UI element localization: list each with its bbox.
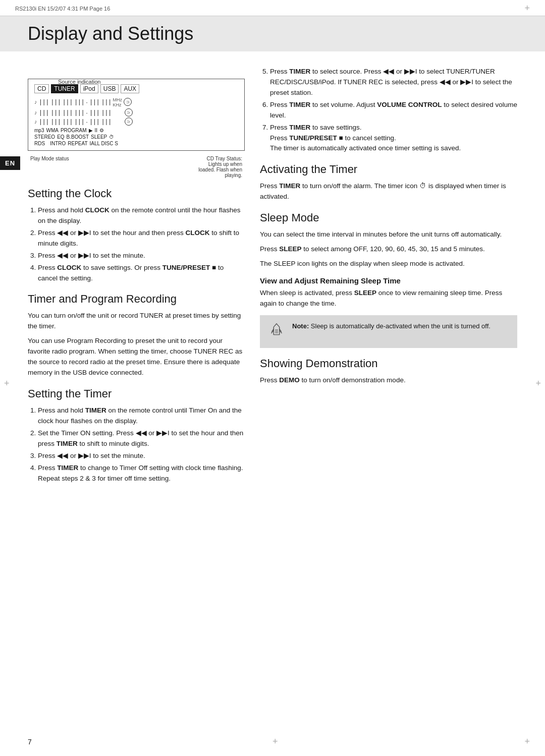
timer-step-5: Press TIMER to select source. Press ◀◀ o…: [270, 67, 517, 98]
display-diagram: CD TUNER iPod USB AUX ♪ ||| ||| |||: [28, 79, 245, 151]
cd-tray-line4: playing.: [225, 172, 242, 178]
row3-segs6: |||: [101, 118, 111, 126]
timer-bold-7b: TUNE/PRESET: [289, 134, 337, 142]
note-label: Note:: [292, 322, 309, 330]
row3-segs3: |||: [62, 118, 72, 126]
timer-step-7: Press TIMER to save settings.Press TUNE/…: [270, 123, 517, 154]
cd-tray-line1: CD Tray Status:: [206, 156, 242, 161]
clock-bold-4b: TUNE/PRESET: [162, 264, 210, 271]
clock-step-1: Press and hold CLOCK on the remote contr…: [38, 205, 245, 226]
section-heading-sleep-mode: Sleep Mode: [260, 211, 517, 224]
row1-segs4: |||: [74, 98, 84, 106]
row1-dot: ·: [86, 98, 88, 106]
activating-timer-para: Press TIMER to turn on/off the alarm. Th…: [260, 181, 517, 202]
circle-icon-1: ⊃: [124, 98, 132, 106]
status-intro: INTRO: [50, 141, 66, 146]
source-tuner: TUNER: [51, 84, 78, 93]
sleep-subheading: View and Adjust Remaining Sleep Time: [260, 276, 517, 285]
row2-prefix: ♪: [34, 109, 37, 115]
row3-segs5: |||: [89, 118, 99, 126]
col-left: Source indication CD TUNER iPod USB AUX: [28, 62, 245, 489]
section-heading-activating-timer: Activating the Timer: [260, 163, 517, 176]
crosshair-bottom-center: +: [272, 736, 278, 747]
row1-segs3: |||: [62, 98, 72, 106]
showing-demo-para: Press DEMO to turn on/off demonstration …: [260, 375, 517, 386]
section-heading-timer-program: Timer and Program Recording: [28, 293, 245, 306]
source-ipod: iPod: [80, 84, 98, 93]
timer-steps-5-7: Press TIMER to select source. Press ◀◀ o…: [260, 67, 517, 154]
status-program: PROGRAM: [61, 128, 87, 133]
timer-step-6: Press TIMER to set volume. Adjust VOLUME…: [270, 100, 517, 121]
row3-segs4: |||: [74, 118, 84, 126]
row3-prefix: ♪: [34, 119, 37, 125]
row2-segs4: |||: [74, 109, 84, 117]
page-content: Display and Settings EN Source indicatio…: [0, 16, 545, 509]
sleep-para3: The SLEEP icon lights on the display whe…: [260, 259, 517, 269]
status-stereo: STEREO: [34, 134, 55, 140]
clock-bold-1: CLOCK: [85, 206, 110, 214]
status-rds: RDS: [34, 141, 45, 146]
crosshair-bottom-right: +: [524, 736, 530, 747]
section-heading-showing-demo: Showing Demonstration: [260, 357, 517, 370]
status-row-2: STEREO EQ B.BOOST SLEEP ⏱: [34, 134, 238, 140]
source-cd: CD: [34, 84, 49, 93]
sleep-bold-2: SLEEP: [279, 245, 301, 253]
activating-bold: TIMER: [279, 182, 300, 190]
row2-dot: ·: [86, 109, 88, 117]
display-row-3: ♪ ||| ||| ||| ||| · ||| ||| ⊃: [34, 118, 238, 126]
status-pause: II: [95, 128, 98, 133]
row2-segs6: |||: [101, 109, 111, 117]
crosshair-top: +: [524, 3, 530, 14]
timer-step-3: Press ◀◀ or ▶▶I to set the minute.: [38, 451, 245, 461]
crosshair-mid-left: +: [4, 378, 10, 389]
page-number: 7: [28, 738, 32, 746]
status-play: ▶: [89, 128, 93, 133]
timer-step-1: Press and hold TIMER on the remote contr…: [38, 405, 245, 427]
row3-dot: ·: [86, 118, 88, 126]
status-sleep: SLEEP: [91, 134, 107, 140]
status-repeat: REPEAT: [68, 141, 87, 146]
note-text: Note: Sleep is automatically de-activate…: [292, 321, 490, 331]
top-bar: RS2130i EN 15/2/07 4:31 PM Page 16 +: [0, 0, 545, 16]
timer-bold-2: TIMER: [57, 440, 78, 447]
page-title: Display and Settings: [28, 23, 517, 44]
clock-step-4: Press CLOCK to save settings. Or press T…: [38, 263, 245, 284]
display-row-1: ♪ ||| ||| ||| ||| · ||| ||| MHzKHz ⊃: [34, 96, 238, 107]
timer-step-2: Set the Timer ON setting. Press ◀◀ or ▶▶…: [38, 428, 245, 449]
two-column-layout: Source indication CD TUNER iPod USB AUX: [28, 62, 517, 489]
demo-bold: DEMO: [279, 376, 300, 384]
status-gear: ⚙: [99, 128, 104, 133]
row1-segs6: |||: [101, 98, 111, 106]
row1-prefix: ♪: [34, 99, 37, 105]
circle-icon-3: ⊃: [125, 118, 133, 126]
timer-program-para1: You can turn on/off the unit or record T…: [28, 311, 245, 332]
crosshair-mid-right: +: [535, 378, 541, 389]
sleep-para2: Press SLEEP to select among OFF, 120, 90…: [260, 244, 517, 255]
row2-segs5: |||: [89, 109, 99, 117]
status-bboost: B.BOOST: [67, 134, 89, 140]
status-iall: IALL DISC S: [90, 141, 118, 146]
status-mp3: mp3: [34, 128, 44, 133]
timer-program-para2: You can use Program Recording to preset …: [28, 336, 245, 378]
status-row-1: mp3 WMA PROGRAM ▶ II ⚙: [34, 128, 238, 133]
setting-clock-steps: Press and hold CLOCK on the remote contr…: [28, 205, 245, 283]
col-right: Press TIMER to select source. Press ◀◀ o…: [260, 62, 517, 489]
status-row-3: RDS INTRO REPEAT IALL DISC S: [34, 141, 238, 146]
row2-segs2: |||: [50, 109, 61, 117]
diagram-label-play-mode: Play Mode status: [30, 156, 69, 178]
segment-display-rows: ♪ ||| ||| ||| ||| · ||| ||| MHzKHz ⊃: [34, 96, 238, 126]
note-box: Note: Sleep is automatically de-activate…: [260, 315, 517, 348]
row1-segs2: |||: [50, 98, 61, 106]
row1-segs5: |||: [89, 98, 99, 106]
timer-bold-5: TIMER: [289, 68, 310, 75]
note-icon: [267, 321, 287, 342]
sleep-subpara: When sleep is activated, press SLEEP onc…: [260, 288, 517, 309]
circle-icon-2: ⊃: [125, 108, 133, 117]
row2-segs: |||: [39, 109, 49, 117]
mhz-label: MHzKHz: [113, 97, 123, 107]
status-wma: WMA: [46, 128, 58, 133]
diagram-label-cd-tray: CD Tray Status: Lights up when loaded. F…: [198, 156, 242, 178]
status-clock: ⏱: [109, 134, 114, 140]
top-bar-text: RS2130i EN 15/2/07 4:31 PM Page 16: [15, 6, 110, 12]
timer-bold-7: TIMER: [289, 124, 310, 131]
